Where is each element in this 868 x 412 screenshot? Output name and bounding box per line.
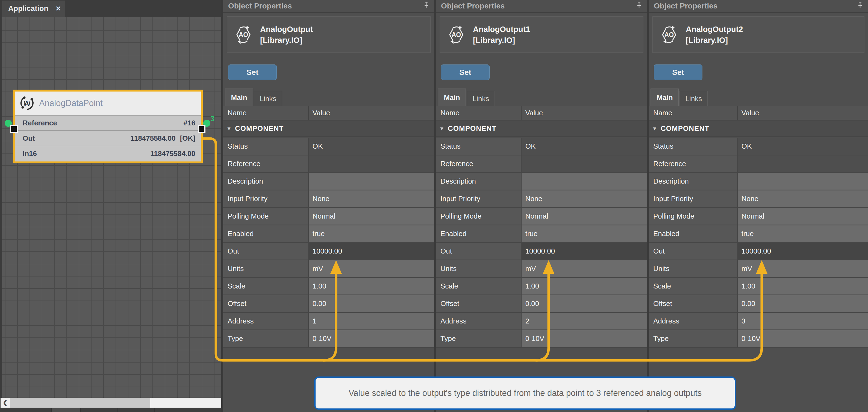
analog-output-icon: AO xyxy=(233,25,253,45)
column-header-value: Value xyxy=(309,106,434,120)
property-name: Out xyxy=(649,243,738,259)
property-value[interactable]: 1.00 xyxy=(522,278,647,294)
scroll-left-button[interactable]: ❮ xyxy=(1,398,10,408)
horizontal-scrollbar[interactable]: ❮ xyxy=(1,398,221,408)
set-button[interactable]: Set xyxy=(441,64,490,80)
pin-icon[interactable] xyxy=(636,1,642,11)
property-value[interactable]: 3 xyxy=(738,313,868,329)
property-name: Type xyxy=(649,330,738,347)
property-value[interactable]: 0.00 xyxy=(309,295,434,312)
property-value[interactable]: 2 xyxy=(522,313,647,329)
property-value[interactable]: 0.00 xyxy=(738,295,868,312)
object-properties-panel-1: Object Properties AO AnalogOutput xyxy=(223,0,434,412)
selection-handle-right[interactable] xyxy=(198,125,206,133)
property-value[interactable]: 10000.00 xyxy=(738,243,868,259)
tab-application[interactable]: Application ✕ xyxy=(2,1,65,17)
property-value[interactable] xyxy=(522,155,647,172)
property-name: Description xyxy=(436,173,522,190)
property-value[interactable]: None xyxy=(738,190,868,207)
property-value[interactable]: None xyxy=(522,190,647,207)
column-header-name: Name xyxy=(649,106,738,120)
property-value[interactable]: mV xyxy=(309,260,434,277)
property-value[interactable]: 10000.00 xyxy=(522,243,647,259)
property-value[interactable]: 0-10V xyxy=(738,330,868,347)
property-name: Status xyxy=(436,138,522,155)
panel-divider[interactable] xyxy=(647,0,649,412)
property-value[interactable]: mV xyxy=(738,260,868,277)
property-name: Address xyxy=(649,313,738,329)
section-component[interactable]: ▾ COMPONENT xyxy=(649,121,868,137)
tab-main[interactable]: Main xyxy=(651,89,679,106)
property-value[interactable]: 1.00 xyxy=(738,278,868,294)
property-row: Offset 0.00 xyxy=(223,295,434,313)
panel-divider[interactable] xyxy=(434,0,436,412)
pin-icon[interactable] xyxy=(857,1,863,11)
property-value[interactable]: 0-10V xyxy=(522,330,647,347)
property-value[interactable]: OK xyxy=(309,138,434,155)
set-button[interactable]: Set xyxy=(654,64,703,80)
section-component[interactable]: ▾ COMPONENT xyxy=(436,121,647,137)
app-window: Application ✕ A xyxy=(0,0,868,412)
callout-text: Value scaled to the output's type distri… xyxy=(349,388,702,398)
property-name: Status xyxy=(223,138,309,155)
property-value[interactable]: None xyxy=(309,190,434,207)
set-button[interactable]: Set xyxy=(228,64,277,80)
section-component[interactable]: ▾ COMPONENT xyxy=(223,121,434,137)
tab-links[interactable]: Links xyxy=(467,91,495,106)
output-port-count: 3 xyxy=(210,115,214,123)
object-name: AnalogOutput1 xyxy=(473,24,530,35)
canvas-grid[interactable] xyxy=(2,17,221,412)
column-header-name: Name xyxy=(223,106,309,120)
property-value[interactable] xyxy=(522,173,647,190)
property-value[interactable]: 1.00 xyxy=(309,278,434,294)
property-name: Reference xyxy=(649,155,738,172)
table-header: Name Value xyxy=(223,106,434,121)
property-row: Scale 1.00 xyxy=(649,278,868,295)
property-name: Scale xyxy=(649,278,738,294)
property-value[interactable]: Normal xyxy=(309,208,434,225)
scrollbar-thumb[interactable] xyxy=(10,398,150,408)
property-value[interactable] xyxy=(309,173,434,190)
property-value[interactable]: 1 xyxy=(309,313,434,329)
property-name: Enabled xyxy=(649,225,738,242)
tab-main[interactable]: Main xyxy=(225,89,253,106)
tab-main[interactable]: Main xyxy=(438,89,466,106)
tab-links[interactable]: Links xyxy=(254,91,282,106)
property-value[interactable]: true xyxy=(309,225,434,242)
property-value[interactable]: mV xyxy=(522,260,647,277)
node-row-in16: In16 118475584.00 xyxy=(15,146,201,161)
property-table: Status OK Reference Description Input Pr… xyxy=(436,138,647,348)
pin-icon[interactable] xyxy=(423,1,429,11)
tab-links[interactable]: Links xyxy=(680,91,708,106)
property-row: Address 2 xyxy=(436,313,647,330)
diagram-canvas[interactable]: Application ✕ A xyxy=(0,0,221,412)
property-value[interactable]: Normal xyxy=(738,208,868,225)
object-name: AnalogOutput2 xyxy=(686,24,743,35)
property-value[interactable]: true xyxy=(738,225,868,242)
property-value[interactable] xyxy=(309,155,434,172)
property-value[interactable]: OK xyxy=(738,138,868,155)
property-value[interactable] xyxy=(738,155,868,172)
panel-divider[interactable] xyxy=(221,0,223,412)
property-value[interactable]: true xyxy=(522,225,647,242)
property-value[interactable]: 10000.00 xyxy=(309,243,434,259)
node-row-value: 118475584.00 xyxy=(131,134,176,142)
property-value[interactable]: Normal xyxy=(522,208,647,225)
property-name: Input Priority xyxy=(223,190,309,207)
property-name: Out xyxy=(223,243,309,259)
node-row-value: #16 xyxy=(184,119,195,127)
property-name: Reference xyxy=(436,155,522,172)
property-value[interactable]: 0-10V xyxy=(309,330,434,347)
column-header-value: Value xyxy=(738,106,868,120)
property-name: Description xyxy=(649,173,738,190)
selection-handle-left[interactable] xyxy=(10,125,18,133)
panel-title: Object Properties xyxy=(654,2,717,10)
property-value[interactable]: OK xyxy=(522,138,647,155)
close-icon[interactable]: ✕ xyxy=(56,5,61,12)
property-value[interactable] xyxy=(738,173,868,190)
panel-tabs: Main Links xyxy=(225,89,282,106)
node-analog-data-point[interactable]: A AnalogDataPoint Reference #16 Out 1184… xyxy=(13,90,203,163)
property-row: Scale 1.00 xyxy=(436,278,647,295)
property-value[interactable]: 0.00 xyxy=(522,295,647,312)
table-header: Name Value xyxy=(436,106,647,121)
